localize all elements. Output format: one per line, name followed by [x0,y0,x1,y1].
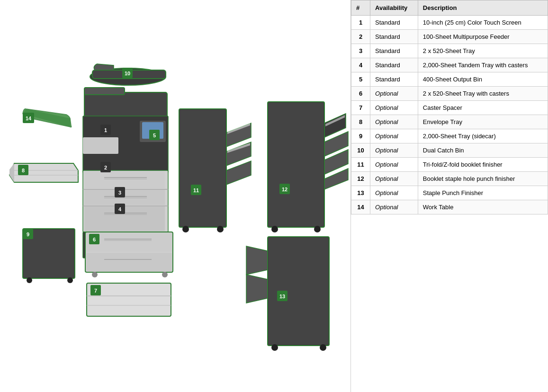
row-number: 2 [351,30,370,44]
row-description: 10-inch (25 cm) Color Touch Screen [418,16,548,30]
row-number: 8 [351,115,370,129]
svg-text:4: 4 [118,206,122,212]
row-availability: Standard [370,30,418,44]
svg-text:12: 12 [282,187,287,192]
table-row: 10OptionalDual Catch Bin [351,143,548,158]
row-availability: Optional [370,101,418,115]
row-description: 2 x 520-Sheet Tray with casters [418,87,548,101]
row-number: 3 [351,44,370,58]
row-availability: Optional [370,200,418,214]
row-number: 13 [351,186,370,200]
svg-text:2: 2 [104,165,107,170]
svg-rect-2 [84,88,125,95]
row-number: 1 [351,16,370,30]
svg-point-45 [67,277,73,283]
row-availability: Optional [370,87,418,101]
row-description: 100-Sheet Multipurpose Feeder [418,30,548,44]
svg-text:10: 10 [125,71,130,76]
row-description: Caster Spacer [418,101,548,115]
svg-text:11: 11 [193,187,199,193]
svg-point-78 [271,344,278,351]
row-description: 400-Sheet Output Bin [418,72,548,87]
row-description: 2 x 520-Sheet Tray [418,44,548,58]
row-number: 9 [351,129,370,143]
row-number: 4 [351,58,370,72]
row-availability: Standard [370,58,418,72]
row-number: 14 [351,200,370,214]
row-availability: Optional [370,158,418,172]
svg-text:9: 9 [27,232,29,237]
specs-table: # Availability Description 1Standard10-i… [351,0,548,214]
row-description: 2,000-Sheet Tandem Tray with casters [418,58,548,72]
row-availability: Optional [370,186,418,200]
svg-text:5: 5 [153,133,156,138]
svg-rect-50 [86,253,172,271]
row-description: Tri-fold/Z-fold booklet finisher [418,158,548,172]
svg-rect-71 [269,103,323,226]
svg-point-73 [314,226,321,232]
row-number: 6 [351,87,370,101]
svg-point-44 [27,277,32,283]
row-description: Booklet staple hole punch finisher [418,172,548,186]
table-row: 6Optional2 x 520-Sheet Tray with casters [351,87,548,101]
svg-point-72 [271,226,278,232]
svg-point-67 [217,226,224,232]
svg-rect-65 [180,110,225,226]
table-row: 8OptionalEnvelope Tray [351,115,548,129]
table-row: 7OptionalCaster Spacer [351,101,548,115]
row-number: 12 [351,172,370,186]
col-header-num: # [351,0,370,16]
row-description: Work Table [418,200,548,214]
col-header-description: Description [418,0,548,16]
row-number: 11 [351,158,370,172]
table-row: 13OptionalStaple Punch Finisher [351,186,548,200]
table-row: 9Optional2,000-Sheet Tray (sidecar) [351,129,548,143]
svg-rect-10 [84,171,165,188]
row-description: Dual Catch Bin [418,143,548,158]
row-description: 2,000-Sheet Tray (sidecar) [418,129,548,143]
row-availability: Optional [370,143,418,158]
row-availability: Optional [370,172,418,186]
svg-text:7: 7 [94,288,97,294]
specs-table-panel: # Availability Description 1Standard10-i… [350,0,548,392]
table-row: 2Standard100-Sheet Multipurpose Feeder [351,30,548,44]
row-availability: Optional [370,115,418,129]
svg-point-54 [92,272,98,277]
row-availability: Standard [370,44,418,58]
svg-rect-1 [84,92,167,118]
svg-text:13: 13 [279,294,285,299]
row-number: 7 [351,101,370,115]
svg-point-55 [162,272,168,277]
row-description: Envelope Tray [418,115,548,129]
table-row: 12OptionalBooklet staple hole punch fini… [351,172,548,186]
svg-text:3: 3 [118,190,121,196]
row-number: 5 [351,72,370,87]
svg-text:8: 8 [22,168,25,173]
col-header-availability: Availability [370,0,418,16]
table-row: 11OptionalTri-fold/Z-fold booklet finish… [351,158,548,172]
table-row: 4Standard2,000-Sheet Tandem Tray with ca… [351,58,548,72]
svg-point-79 [320,344,326,351]
svg-text:14: 14 [26,116,32,121]
svg-rect-6 [83,137,118,154]
row-availability: Standard [370,72,418,87]
printer-diagram-panel: 1 5 2 3 4 10 14 [0,0,350,392]
row-number: 10 [351,143,370,158]
table-row: 5Standard400-Sheet Output Bin [351,72,548,87]
svg-text:6: 6 [93,237,96,242]
row-description: Staple Punch Finisher [418,186,548,200]
table-row: 3Standard2 x 520-Sheet Tray [351,44,548,58]
table-row: 14OptionalWork Table [351,200,548,214]
row-availability: Standard [370,16,418,30]
table-row: 1Standard10-inch (25 cm) Color Touch Scr… [351,16,548,30]
svg-text:1: 1 [104,127,107,133]
printer-diagram-svg: 1 5 2 3 4 10 14 [0,0,350,392]
row-availability: Optional [370,129,418,143]
svg-point-66 [182,226,189,232]
